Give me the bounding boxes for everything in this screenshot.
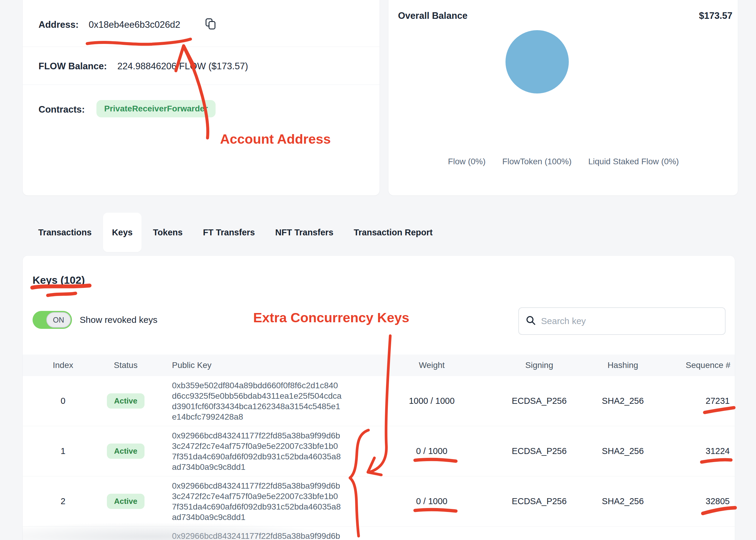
key-row-2: 2Active0x92966bcd843241177f22fd85a38ba9f… — [23, 476, 735, 527]
tab-tokens[interactable]: Tokens — [144, 213, 191, 252]
col-header-index: Index — [53, 360, 73, 370]
key-hashing: SHA2_256 — [602, 396, 644, 406]
toggle-state-label: ON — [53, 316, 64, 324]
key-index: 1 — [60, 446, 65, 456]
legend-item: FlowToken (100%) — [502, 157, 572, 166]
key-signing: ECDSA_P256 — [512, 396, 567, 406]
divider — [23, 47, 379, 47]
key-search-input[interactable] — [541, 316, 718, 326]
legend-item: Liquid Staked Flow (0%) — [588, 157, 679, 166]
tab-nft-transfers[interactable]: NFT Transfers — [266, 213, 343, 252]
tab-keys[interactable]: Keys — [103, 213, 142, 252]
col-header-sequence-: Sequence # — [686, 360, 730, 370]
key-hashing: SHA2_256 — [602, 446, 644, 456]
show-revoked-label: Show revoked keys — [80, 315, 158, 325]
status-badge: Active — [107, 444, 145, 459]
key-row-0: 0Active0xb359e502df804a89bdd660f0f8f6c2d… — [23, 376, 735, 426]
public-key: 0x92966bcd843241177f22fd85a38ba9f99d6b3c… — [163, 430, 342, 472]
search-icon — [525, 315, 536, 327]
key-weight: 1000 / 1000 — [409, 396, 455, 406]
divider — [23, 84, 379, 85]
key-search-box — [518, 307, 725, 335]
key-index: 2 — [60, 496, 65, 506]
balance-donut-chart — [505, 30, 569, 93]
address-value: 0x18eb4ee6b3c026d2 — [89, 19, 180, 30]
key-row-1: 1Active0x92966bcd843241177f22fd85a38ba9f… — [23, 426, 735, 476]
legend-item: Flow (0%) — [448, 157, 486, 166]
key-weight: 0 / 1000 — [416, 446, 448, 456]
key-weight: 0 / 1000 — [416, 496, 448, 506]
overall-balance-card: Overall Balance $173.57 Flow (0%)FlowTok… — [388, 0, 738, 196]
tab-ft-transfers[interactable]: FT Transfers — [194, 213, 264, 252]
key-index: 0 — [60, 396, 65, 406]
col-header-status: Status — [114, 360, 137, 370]
overall-balance-amount: $173.57 — [699, 10, 732, 21]
col-header-signing: Signing — [525, 360, 553, 370]
key-sequence: 31224 — [705, 446, 730, 456]
keys-section-title: Keys (102) — [33, 274, 85, 286]
flow-balance-label: FLOW Balance: — [39, 61, 107, 72]
public-key: 0xb359e502df804a89bdd660f0f8f6c2d1c840d6… — [163, 380, 342, 422]
flow-explorer-page: Address: 0x18eb4ee6b3c026d2 FLOW Balance… — [0, 0, 756, 540]
keys-card: Keys (102) ON Show revoked keys IndexSta… — [22, 255, 735, 540]
key-signing: ECDSA_P256 — [512, 496, 567, 506]
address-label: Address: — [39, 19, 78, 30]
overall-balance-title: Overall Balance — [398, 10, 468, 21]
copy-address-icon[interactable] — [204, 18, 217, 31]
key-sequence: 32805 — [705, 496, 730, 506]
tab-transaction-report[interactable]: Transaction Report — [345, 213, 442, 252]
status-badge: Active — [107, 494, 145, 509]
account-info-card: Address: 0x18eb4ee6b3c026d2 FLOW Balance… — [22, 0, 380, 196]
key-signing: ECDSA_P256 — [512, 446, 567, 456]
col-header-public-key: Public Key — [163, 360, 211, 370]
tab-transactions[interactable]: Transactions — [29, 213, 101, 252]
public-key: 0x92966bcd843241177f22fd85a38ba9f99d6b3c… — [163, 480, 342, 522]
keys-table-header: IndexStatusPublic KeyWeightSigningHashin… — [23, 354, 735, 376]
col-header-weight: Weight — [419, 360, 445, 370]
contract-badge[interactable]: PrivateReceiverForwarder — [96, 100, 216, 117]
key-sequence: 27231 — [705, 396, 730, 406]
show-revoked-toggle[interactable]: ON — [33, 311, 72, 329]
col-header-hashing: Hashing — [607, 360, 638, 370]
revoked-keys-toggle-row: ON Show revoked keys — [33, 311, 158, 329]
keys-table-body: 0Active0xb359e502df804a89bdd660f0f8f6c2d… — [23, 376, 735, 540]
key-hashing: SHA2_256 — [602, 496, 644, 506]
toggle-knob[interactable]: ON — [46, 312, 71, 328]
keys-table: IndexStatusPublic KeyWeightSigningHashin… — [23, 354, 735, 540]
account-tabs: TransactionsKeysTokensFT TransfersNFT Tr… — [29, 213, 442, 252]
blur-smudge — [22, 522, 345, 540]
status-badge: Active — [107, 393, 145, 409]
contracts-label: Contracts: — [39, 104, 85, 115]
flow-balance-value: 224.98846206 FLOW ($173.57) — [117, 61, 248, 72]
donut-legend: Flow (0%)FlowToken (100%)Liquid Staked F… — [388, 157, 738, 166]
